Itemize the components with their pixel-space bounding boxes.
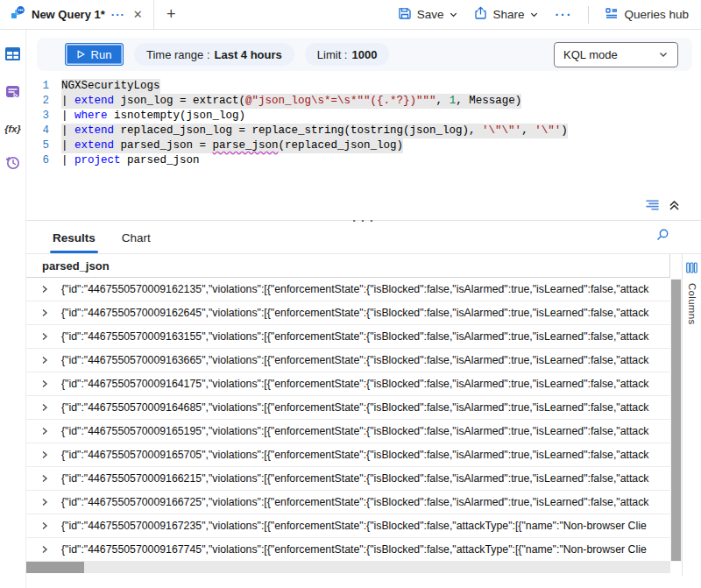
tab-chart[interactable]: Chart <box>122 231 151 253</box>
tab-results[interactable]: Results <box>53 231 96 253</box>
columns-panel-label: Columns <box>687 283 697 324</box>
expand-chevron-icon[interactable] <box>40 403 49 412</box>
vertical-scrollbar-thumb[interactable] <box>671 280 681 561</box>
table-row[interactable]: {"id":"4467550570009167745","violations"… <box>26 538 670 562</box>
save-button[interactable]: Save <box>398 6 459 23</box>
time-range-pill[interactable]: Time range : Last 4 hours <box>134 43 294 66</box>
row-json-text: {"id":"4467550570009165195","violations"… <box>61 425 670 437</box>
line-number: 2 <box>26 94 61 109</box>
save-label: Save <box>417 8 444 21</box>
save-icon <box>398 6 412 23</box>
column-header-parsed-json[interactable]: parsed_json <box>26 254 670 278</box>
limit-value: 1000 <box>351 48 377 61</box>
code-text: | extend parsed_json = parse_json(replac… <box>61 138 403 153</box>
line-number: 3 <box>26 109 61 124</box>
expand-chevron-icon[interactable] <box>40 356 49 365</box>
expand-chevron-icon[interactable] <box>40 285 49 294</box>
code-line: 6| project parsed_json <box>26 153 701 168</box>
expand-chevron-icon[interactable] <box>40 379 49 388</box>
table-row[interactable]: {"id":"4467550570009164175","violations"… <box>26 372 670 396</box>
run-button[interactable]: Run <box>65 43 124 66</box>
tab-bar: New Query 1* ··· ✕ + Save Share ··· Quer… <box>0 0 701 30</box>
row-json-text: {"id":"4467550570009163155","violations"… <box>61 330 670 343</box>
expand-chevron-icon[interactable] <box>40 427 49 436</box>
time-range-label: Time range : <box>146 48 210 61</box>
table-row[interactable]: {"id":"4467550570009163665","violations"… <box>26 349 670 372</box>
tab-more-icon[interactable]: ··· <box>111 8 125 21</box>
table-row[interactable]: {"id":"4467550570009166215","violations"… <box>26 467 670 491</box>
chevron-down-icon <box>529 10 539 19</box>
code-line: 5| extend parsed_json = parse_json(repla… <box>26 138 701 153</box>
divider <box>588 6 589 24</box>
code-text: NGXSecurityLogs <box>61 79 160 94</box>
expand-chevron-icon[interactable] <box>40 474 49 483</box>
kql-mode-select[interactable]: KQL mode <box>554 42 678 67</box>
table-row[interactable]: {"id":"4467550570009165705","violations"… <box>26 443 670 467</box>
run-label: Run <box>91 48 112 61</box>
table-row[interactable]: {"id":"4467550570009167235","violations"… <box>26 514 670 538</box>
run-play-icon <box>77 48 85 61</box>
time-range-value: Last 4 hours <box>215 48 282 61</box>
code-line: 2| extend json_log = extract(@"json_log\… <box>26 94 701 109</box>
query-tab[interactable]: New Query 1* ··· ✕ <box>0 0 154 29</box>
kql-mode-value: KQL mode <box>563 48 618 61</box>
expand-chevron-icon[interactable] <box>40 308 49 317</box>
line-number: 1 <box>26 79 61 94</box>
table-row[interactable]: {"id":"4467550570009163155","violations"… <box>26 325 670 349</box>
vertical-scrollbar[interactable] <box>670 279 682 562</box>
row-json-text: {"id":"4467550570009166725","violations"… <box>61 496 670 508</box>
format-icon[interactable] <box>646 199 662 215</box>
columns-icon <box>686 261 697 277</box>
horizontal-scrollbar-thumb[interactable] <box>26 562 84 573</box>
new-tab-button[interactable]: + <box>154 0 188 29</box>
row-json-text: {"id":"4467550570009163665","violations"… <box>61 354 670 366</box>
expand-chevron-icon[interactable] <box>40 545 49 554</box>
query-toolbar: Run Time range : Last 4 hours Limit : 10… <box>37 38 692 71</box>
chevron-down-icon <box>658 49 669 60</box>
functions-icon[interactable]: {fx} <box>4 124 20 134</box>
row-json-text: {"id":"4467550570009164175","violations"… <box>61 378 670 390</box>
line-number: 6 <box>26 153 61 168</box>
code-text: | extend replaced_json_log = replace_str… <box>61 124 568 138</box>
table-row[interactable]: {"id":"4467550570009166725","violations"… <box>26 491 670 514</box>
expand-chevron-icon[interactable] <box>40 450 49 459</box>
expand-chevron-icon[interactable] <box>40 521 49 530</box>
saved-queries-icon[interactable] <box>5 85 20 103</box>
table-row[interactable]: {"id":"4467550570009162645","violations"… <box>26 301 670 325</box>
left-rail: {fx} <box>0 30 26 588</box>
splitter-handle[interactable]: ··· <box>350 217 376 226</box>
queries-hub-icon <box>605 6 619 23</box>
share-button[interactable]: Share <box>474 6 539 23</box>
columns-panel-tab[interactable]: Columns <box>682 254 701 576</box>
code-line: 4| extend replaced_json_log = replace_st… <box>26 124 701 138</box>
table-row[interactable]: {"id":"4467550570009164685","violations"… <box>26 396 670 420</box>
code-text: | extend json_log = extract(@"json_log\s… <box>61 94 521 109</box>
table-row[interactable]: {"id":"4467550570009162135","violations"… <box>26 278 670 301</box>
tab-close-icon[interactable]: ✕ <box>131 8 145 21</box>
chevron-down-icon <box>449 10 458 19</box>
limit-pill[interactable]: Limit : 1000 <box>305 43 390 66</box>
expand-chevron-icon[interactable] <box>40 498 49 507</box>
table-icon[interactable] <box>5 47 20 64</box>
code-line: 3| where isnotempty(json_log) <box>26 109 701 124</box>
horizontal-scrollbar[interactable] <box>26 562 670 573</box>
more-actions-button[interactable]: ··· <box>555 8 572 22</box>
history-icon[interactable] <box>5 155 20 174</box>
line-number: 4 <box>26 124 61 138</box>
main-area: Run Time range : Last 4 hours Limit : 10… <box>26 30 701 588</box>
row-json-text: {"id":"4467550570009167745","violations"… <box>61 543 670 556</box>
table-row[interactable]: {"id":"4467550570009165195","violations"… <box>26 420 670 443</box>
code-text: | project parsed_json <box>61 153 200 168</box>
queries-hub-label: Queries hub <box>624 8 689 21</box>
collapse-editor-icon[interactable] <box>669 199 680 215</box>
share-label: Share <box>492 8 524 21</box>
search-icon[interactable] <box>655 228 669 245</box>
result-rows: {"id":"4467550570009162135","violations"… <box>26 278 670 562</box>
row-json-text: {"id":"4467550570009162135","violations"… <box>61 283 670 295</box>
queries-hub-button[interactable]: Queries hub <box>605 6 689 23</box>
row-json-text: {"id":"4467550570009165705","violations"… <box>61 449 670 461</box>
expand-chevron-icon[interactable] <box>40 332 49 341</box>
query-editor[interactable]: 1NGXSecurityLogs2| extend json_log = ext… <box>26 71 701 220</box>
row-json-text: {"id":"4467550570009166215","violations"… <box>61 472 670 485</box>
tab-title: New Query 1* <box>32 8 105 21</box>
